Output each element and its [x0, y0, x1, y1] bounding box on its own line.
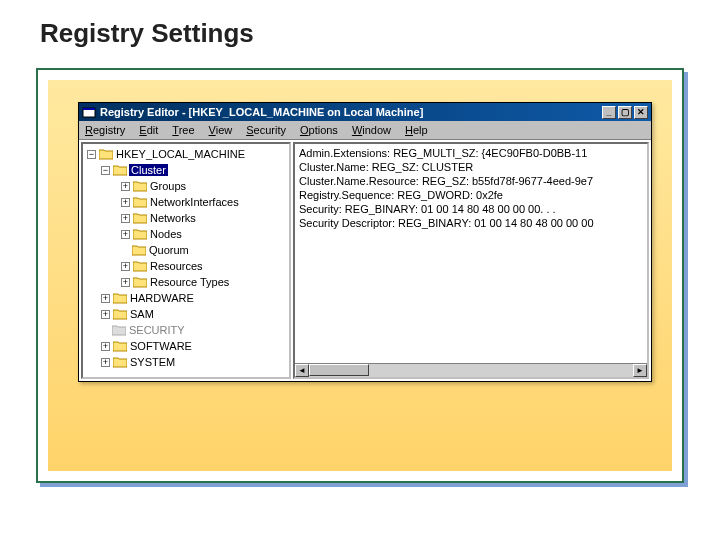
value-row[interactable]: Admin.Extensions: REG_MULTI_SZ: {4EC90FB… — [299, 146, 643, 160]
folder-icon — [113, 292, 127, 304]
tree-label: SYSTEM — [130, 356, 175, 368]
collapse-icon[interactable]: − — [101, 166, 110, 175]
expand-icon[interactable]: + — [121, 214, 130, 223]
expand-icon[interactable]: + — [121, 262, 130, 271]
maximize-button[interactable]: ▢ — [618, 106, 632, 119]
menu-security[interactable]: Security — [246, 124, 286, 136]
tree-item[interactable]: + Resource Types — [87, 274, 287, 290]
tree-label: HKEY_LOCAL_MACHINE — [116, 148, 245, 160]
scroll-left-button[interactable]: ◄ — [295, 364, 309, 377]
menu-tree[interactable]: Tree — [172, 124, 194, 136]
tree-label: SAM — [130, 308, 154, 320]
folder-icon — [133, 260, 147, 272]
folder-icon — [133, 212, 147, 224]
folder-icon — [113, 356, 127, 368]
tree-item[interactable]: + SYSTEM — [87, 354, 287, 370]
menu-window[interactable]: Window — [352, 124, 391, 136]
menu-options[interactable]: Options — [300, 124, 338, 136]
expand-icon[interactable]: + — [121, 230, 130, 239]
value-row[interactable]: Security: REG_BINARY: 01 00 14 80 48 00 … — [299, 202, 643, 216]
values-list: Admin.Extensions: REG_MULTI_SZ: {4EC90FB… — [295, 144, 647, 232]
menu-registry[interactable]: Registry — [85, 124, 125, 136]
slide-title: Registry Settings — [40, 18, 254, 49]
folder-open-icon — [99, 148, 113, 160]
folder-icon — [113, 340, 127, 352]
menubar: Registry Edit Tree View Security Options… — [79, 121, 651, 139]
tree-item[interactable]: SECURITY — [87, 322, 287, 338]
expand-icon[interactable]: + — [101, 342, 110, 351]
tree-label: Groups — [150, 180, 186, 192]
tree-label: HARDWARE — [130, 292, 194, 304]
folder-icon — [133, 196, 147, 208]
value-row[interactable]: Cluster.Name: REG_SZ: CLUSTER — [299, 160, 643, 174]
values-pane[interactable]: Admin.Extensions: REG_MULTI_SZ: {4EC90FB… — [293, 142, 649, 379]
expand-icon[interactable]: + — [121, 198, 130, 207]
tree-item[interactable]: + NetworkInterfaces — [87, 194, 287, 210]
folder-dim-icon — [112, 324, 126, 336]
client-area: − HKEY_LOCAL_MACHINE − Cluster + Groups — [79, 139, 651, 381]
slide-background: Registry Editor - [HKEY_LOCAL_MACHINE on… — [48, 80, 672, 471]
tree-item[interactable]: + HARDWARE — [87, 290, 287, 306]
collapse-icon[interactable]: − — [87, 150, 96, 159]
scroll-right-button[interactable]: ► — [633, 364, 647, 377]
horizontal-scrollbar[interactable]: ◄ ► — [295, 363, 647, 377]
svg-rect-1 — [83, 108, 95, 110]
expand-icon[interactable]: + — [121, 182, 130, 191]
scroll-thumb[interactable] — [309, 364, 369, 376]
folder-icon — [133, 228, 147, 240]
tree-label: NetworkInterfaces — [150, 196, 239, 208]
folder-icon — [132, 244, 146, 256]
minimize-button[interactable]: _ — [602, 106, 616, 119]
tree-label: SECURITY — [129, 324, 185, 336]
value-row[interactable]: Cluster.Name.Resource: REG_SZ: b55fd78f-… — [299, 174, 643, 188]
menu-help[interactable]: Help — [405, 124, 428, 136]
tree-item[interactable]: + Nodes — [87, 226, 287, 242]
expand-icon[interactable]: + — [101, 310, 110, 319]
tree-item[interactable]: + Resources — [87, 258, 287, 274]
app-icon — [82, 105, 96, 119]
expand-icon[interactable]: + — [121, 278, 130, 287]
tree-item[interactable]: + SAM — [87, 306, 287, 322]
value-row[interactable]: Registry.Sequence: REG_DWORD: 0x2fe — [299, 188, 643, 202]
tree-item[interactable]: + Groups — [87, 178, 287, 194]
tree-item[interactable]: Quorum — [87, 242, 287, 258]
folder-open-icon — [113, 164, 127, 176]
folder-icon — [133, 276, 147, 288]
tree-label: Resources — [150, 260, 203, 272]
expand-icon[interactable]: + — [101, 294, 110, 303]
close-button[interactable]: ✕ — [634, 106, 648, 119]
window-title: Registry Editor - [HKEY_LOCAL_MACHINE on… — [100, 106, 423, 118]
tree-label: Cluster — [129, 164, 168, 176]
folder-icon — [113, 308, 127, 320]
tree-root[interactable]: − HKEY_LOCAL_MACHINE — [87, 146, 287, 162]
window-titlebar: Registry Editor - [HKEY_LOCAL_MACHINE on… — [79, 103, 651, 121]
tree-label: SOFTWARE — [130, 340, 192, 352]
menu-view[interactable]: View — [209, 124, 233, 136]
folder-icon — [133, 180, 147, 192]
tree-item-cluster[interactable]: − Cluster — [87, 162, 287, 178]
tree-label: Resource Types — [150, 276, 229, 288]
tree-label: Nodes — [150, 228, 182, 240]
registry-editor-window: Registry Editor - [HKEY_LOCAL_MACHINE on… — [78, 102, 652, 382]
tree-item[interactable]: + SOFTWARE — [87, 338, 287, 354]
tree-item[interactable]: + Networks — [87, 210, 287, 226]
scroll-track[interactable] — [309, 364, 633, 377]
tree-label: Networks — [150, 212, 196, 224]
tree-pane[interactable]: − HKEY_LOCAL_MACHINE − Cluster + Groups — [81, 142, 291, 379]
expand-icon[interactable]: + — [101, 358, 110, 367]
menu-edit[interactable]: Edit — [139, 124, 158, 136]
value-row[interactable]: Security Descriptor: REG_BINARY: 01 00 1… — [299, 216, 643, 230]
tree-label: Quorum — [149, 244, 189, 256]
slide-outer-border: Registry Editor - [HKEY_LOCAL_MACHINE on… — [36, 68, 684, 483]
